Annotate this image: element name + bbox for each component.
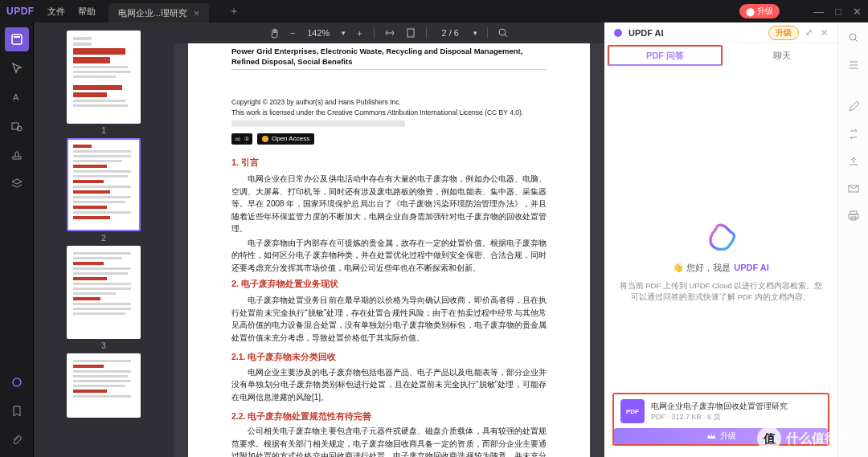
- rail-share[interactable]: [844, 152, 863, 171]
- open-access-badge: Open Access: [257, 133, 314, 145]
- cursor-icon: [10, 62, 23, 75]
- bookmark-tool[interactable]: [5, 399, 29, 423]
- paperclip-icon: [10, 434, 23, 447]
- left-rail: A: [0, 22, 34, 457]
- tab-add-button[interactable]: ＋: [222, 4, 246, 18]
- page-indicator[interactable]: 2 / 6: [436, 28, 464, 38]
- ai-file-meta: PDF · 312.7 KB · 6 页: [651, 412, 788, 422]
- crown-icon: [706, 431, 716, 441]
- fit-page[interactable]: [405, 27, 416, 39]
- ai-upgrade-button[interactable]: 升级: [768, 26, 799, 40]
- thumbnails-icon: [10, 33, 23, 46]
- fit-page-icon: [405, 27, 416, 39]
- text-tool[interactable]: A: [5, 85, 29, 109]
- viewer-toolbar: − 142% ▾ ＋ 2 / 6 ▾: [174, 22, 604, 43]
- ai-close-icon[interactable]: ⤬: [819, 27, 829, 38]
- section-2-2-title: 2.2. 电子废弃物处置规范性有待完善: [231, 410, 547, 422]
- share-icon: [847, 155, 860, 168]
- svg-rect-1: [14, 36, 20, 38]
- ai-expand-icon[interactable]: ⤢: [804, 27, 814, 38]
- page-header: Power Grid Enterprises, Electronic Waste…: [231, 47, 547, 67]
- shapes-tool[interactable]: [5, 114, 29, 138]
- copyright-line: Copyright © 2023 by author(s) and Hans P…: [231, 97, 547, 108]
- rail-print[interactable]: [844, 206, 863, 226]
- svg-rect-0: [12, 35, 22, 44]
- thumb-2[interactable]: 2: [42, 138, 166, 243]
- thumb-3[interactable]: 3: [42, 246, 166, 350]
- ai-upload-card: PDF 电网企业电子废弃物回收处置管理研究 PDF · 312.7 KB · 6…: [612, 393, 829, 446]
- svg-rect-3: [12, 123, 18, 129]
- mail-icon: [847, 182, 860, 195]
- stamp-tool[interactable]: [5, 143, 29, 167]
- section-2-2-p: 公司相关电子废弃物主要包含电子元器件或硬盘、磁盘介质载体，具有较强的处置规范要求…: [231, 425, 547, 457]
- svg-text:A: A: [13, 92, 19, 102]
- menu-help[interactable]: 帮助: [78, 6, 96, 18]
- page-dropdown[interactable]: ▾: [473, 29, 477, 37]
- document-tab[interactable]: 电网企业...理研究 ×: [108, 3, 210, 22]
- menu-file[interactable]: 文件: [47, 6, 65, 18]
- thumb-4[interactable]: [42, 353, 166, 418]
- ai-tab-qa[interactable]: PDF 问答: [608, 45, 723, 66]
- svg-point-8: [499, 29, 506, 35]
- zoom-percent[interactable]: 142%: [305, 28, 332, 38]
- layers-icon: [10, 177, 23, 190]
- section-1-p1: 电网企业在日常办公及供电活动中存在有大量的电子废弃物，例如办公电器、电脑、空调、…: [231, 173, 547, 235]
- rail-convert[interactable]: [844, 124, 863, 144]
- minimize-button[interactable]: —: [813, 6, 824, 18]
- thumb-num-3: 3: [101, 341, 106, 350]
- zoom-out[interactable]: −: [290, 28, 295, 38]
- ai-tab-chat[interactable]: 聊天: [726, 43, 837, 67]
- fit-width[interactable]: [384, 27, 395, 39]
- license-url-placeholder: [231, 120, 405, 127]
- zoom-in[interactable]: ＋: [355, 27, 364, 39]
- section-2-title: 2. 电子废弃物处置业务现状: [231, 277, 547, 291]
- cc-badge: ㏄ ①: [231, 133, 252, 145]
- rail-menu[interactable]: [844, 55, 863, 75]
- text-icon: A: [10, 91, 23, 104]
- svg-point-4: [17, 126, 22, 131]
- ai-title: UPDF AI: [628, 28, 664, 38]
- title-bar: UPDF 文件 帮助 电网企业...理研究 × ＋ ⬤ 升级 — □ ✕: [0, 0, 868, 22]
- rail-mail[interactable]: [844, 179, 863, 198]
- svg-rect-12: [850, 211, 857, 214]
- select-tool[interactable]: [5, 56, 29, 80]
- section-2-1-p: 电网企业主要涉及的电子废弃物包括电器产品、电子产品以及电能表等，部分企业并没有单…: [231, 366, 547, 404]
- ai-orb-icon: [704, 222, 738, 255]
- hand-tool[interactable]: [269, 27, 280, 39]
- svg-point-6: [13, 378, 21, 386]
- ai-description: 将当前 PDF 上传到 UPDF Cloud 以进行文档内容检索。您可以通过问答…: [619, 280, 823, 304]
- ai-logo-icon: [612, 27, 624, 39]
- page-scroll[interactable]: Power Grid Enterprises, Electronic Waste…: [174, 43, 604, 457]
- upgrade-pill[interactable]: ⬤ 升级: [739, 4, 780, 18]
- ai-upload-button[interactable]: 升级: [614, 428, 828, 444]
- ai-greeting: 👋 您好，我是 UPDF AI: [673, 262, 769, 274]
- thumb-1[interactable]: 1: [42, 31, 166, 135]
- ai-tabs: PDF 问答 聊天: [604, 43, 837, 67]
- hand-icon: [269, 27, 280, 39]
- rail-edit[interactable]: [844, 97, 863, 116]
- app-logo: UPDF: [6, 6, 35, 17]
- section-1-p2: 电子废弃物由于内部存在可提炼的贵金属，故存在一定的处置价值。根据电子废弃物的特性…: [231, 237, 547, 275]
- tab-close-icon[interactable]: ×: [194, 7, 200, 19]
- crown-icon: ⬤: [746, 7, 755, 16]
- rail-search[interactable]: [844, 28, 863, 47]
- convert-icon: [847, 128, 860, 141]
- zoom-dropdown[interactable]: ▾: [342, 29, 346, 37]
- thumbnails-panel: 1 2: [34, 22, 174, 457]
- thumbnails-tool[interactable]: [5, 27, 29, 51]
- search-icon: [847, 31, 860, 44]
- search-tool[interactable]: [497, 27, 509, 39]
- theme-tool[interactable]: [5, 370, 29, 394]
- maximize-button[interactable]: □: [835, 6, 841, 18]
- svg-rect-5: [13, 157, 21, 159]
- more-tool[interactable]: [5, 172, 29, 196]
- fit-width-icon: [384, 27, 395, 39]
- file-pdf-icon: PDF: [620, 399, 645, 423]
- print-icon: [847, 210, 860, 222]
- search-icon: [497, 27, 509, 39]
- close-button[interactable]: ✕: [853, 6, 862, 18]
- thumb-num-2: 2: [101, 234, 106, 243]
- stamp-icon: [10, 149, 23, 161]
- bookmark-icon: [11, 405, 23, 418]
- attach-tool[interactable]: [5, 428, 29, 452]
